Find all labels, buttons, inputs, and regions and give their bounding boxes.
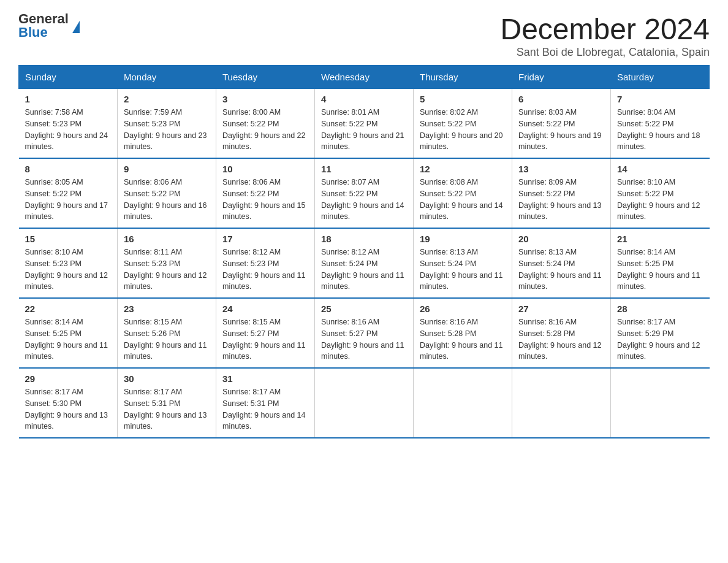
calendar-table: Sunday Monday Tuesday Wednesday Thursday…	[18, 65, 710, 439]
day-number: 17	[222, 234, 308, 244]
day-info: Sunrise: 8:12 AMSunset: 5:24 PMDaylight:…	[321, 247, 407, 293]
calendar-cell: 19 Sunrise: 8:13 AMSunset: 5:24 PMDaylig…	[414, 228, 512, 298]
title-block: December 2024 Sant Boi de Llobregat, Cat…	[500, 12, 710, 59]
calendar-cell: 4 Sunrise: 8:01 AMSunset: 5:22 PMDayligh…	[315, 89, 414, 159]
day-number: 3	[222, 94, 308, 104]
day-number: 26	[420, 304, 506, 314]
calendar-cell: 6 Sunrise: 8:03 AMSunset: 5:22 PMDayligh…	[512, 89, 611, 159]
calendar-cell: 24 Sunrise: 8:15 AMSunset: 5:27 PMDaylig…	[216, 298, 315, 368]
calendar-header-row: Sunday Monday Tuesday Wednesday Thursday…	[19, 66, 710, 89]
calendar-cell: 9 Sunrise: 8:06 AMSunset: 5:22 PMDayligh…	[118, 158, 216, 228]
day-number: 12	[420, 164, 506, 174]
day-number: 28	[617, 304, 703, 314]
day-info: Sunrise: 8:10 AMSunset: 5:22 PMDaylight:…	[617, 177, 703, 223]
day-number: 4	[321, 94, 407, 104]
day-info: Sunrise: 8:17 AMSunset: 5:30 PMDaylight:…	[25, 386, 112, 432]
logo-text: General Blue	[18, 12, 69, 39]
day-info: Sunrise: 8:00 AMSunset: 5:22 PMDaylight:…	[222, 107, 308, 153]
day-number: 25	[321, 304, 407, 314]
header-wednesday: Wednesday	[315, 66, 414, 89]
day-info: Sunrise: 8:12 AMSunset: 5:23 PMDaylight:…	[222, 247, 308, 293]
day-number: 6	[518, 94, 604, 104]
header-friday: Friday	[512, 66, 611, 89]
calendar-cell: 25 Sunrise: 8:16 AMSunset: 5:27 PMDaylig…	[315, 298, 414, 368]
day-info: Sunrise: 7:59 AMSunset: 5:23 PMDaylight:…	[124, 107, 210, 153]
day-info: Sunrise: 8:17 AMSunset: 5:31 PMDaylight:…	[124, 386, 210, 432]
calendar-cell: 30 Sunrise: 8:17 AMSunset: 5:31 PMDaylig…	[118, 368, 216, 438]
calendar-location: Sant Boi de Llobregat, Catalonia, Spain	[500, 46, 710, 59]
calendar-title: December 2024	[500, 12, 710, 46]
calendar-week-row: 8 Sunrise: 8:05 AMSunset: 5:22 PMDayligh…	[19, 158, 710, 228]
logo-blue: Blue	[18, 26, 69, 39]
calendar-cell: 15 Sunrise: 8:10 AMSunset: 5:23 PMDaylig…	[19, 228, 118, 298]
calendar-cell: 5 Sunrise: 8:02 AMSunset: 5:22 PMDayligh…	[414, 89, 512, 159]
day-info: Sunrise: 8:10 AMSunset: 5:23 PMDaylight:…	[25, 247, 112, 293]
calendar-week-row: 1 Sunrise: 7:58 AMSunset: 5:23 PMDayligh…	[19, 89, 710, 159]
day-info: Sunrise: 8:15 AMSunset: 5:26 PMDaylight:…	[124, 316, 210, 362]
calendar-cell	[315, 368, 414, 438]
day-number: 21	[617, 234, 703, 244]
logo: General Blue	[18, 12, 80, 39]
day-info: Sunrise: 8:14 AMSunset: 5:25 PMDaylight:…	[617, 247, 703, 293]
calendar-cell: 3 Sunrise: 8:00 AMSunset: 5:22 PMDayligh…	[216, 89, 315, 159]
header-tuesday: Tuesday	[216, 66, 315, 89]
calendar-cell: 18 Sunrise: 8:12 AMSunset: 5:24 PMDaylig…	[315, 228, 414, 298]
day-info: Sunrise: 8:16 AMSunset: 5:28 PMDaylight:…	[518, 316, 604, 362]
day-info: Sunrise: 8:01 AMSunset: 5:22 PMDaylight:…	[321, 107, 407, 153]
day-number: 8	[25, 164, 112, 174]
day-info: Sunrise: 8:16 AMSunset: 5:27 PMDaylight:…	[321, 316, 407, 362]
day-number: 24	[222, 304, 308, 314]
day-info: Sunrise: 8:09 AMSunset: 5:22 PMDaylight:…	[518, 177, 604, 223]
day-number: 14	[617, 164, 703, 174]
calendar-cell: 16 Sunrise: 8:11 AMSunset: 5:23 PMDaylig…	[118, 228, 216, 298]
calendar-cell: 17 Sunrise: 8:12 AMSunset: 5:23 PMDaylig…	[216, 228, 315, 298]
calendar-cell: 13 Sunrise: 8:09 AMSunset: 5:22 PMDaylig…	[512, 158, 611, 228]
day-number: 7	[617, 94, 703, 104]
logo-triangle-icon	[72, 21, 80, 33]
day-number: 9	[124, 164, 210, 174]
header-thursday: Thursday	[414, 66, 512, 89]
day-number: 1	[25, 94, 112, 104]
day-info: Sunrise: 8:06 AMSunset: 5:22 PMDaylight:…	[222, 177, 308, 223]
day-info: Sunrise: 7:58 AMSunset: 5:23 PMDaylight:…	[25, 107, 112, 153]
day-info: Sunrise: 8:02 AMSunset: 5:22 PMDaylight:…	[420, 107, 506, 153]
day-number: 31	[222, 373, 308, 384]
day-number: 2	[124, 94, 210, 104]
day-info: Sunrise: 8:03 AMSunset: 5:22 PMDaylight:…	[518, 107, 604, 153]
day-number: 20	[518, 234, 604, 244]
day-number: 29	[25, 373, 112, 384]
day-info: Sunrise: 8:06 AMSunset: 5:22 PMDaylight:…	[124, 177, 210, 223]
calendar-week-row: 29 Sunrise: 8:17 AMSunset: 5:30 PMDaylig…	[19, 368, 710, 438]
day-number: 23	[124, 304, 210, 314]
day-info: Sunrise: 8:05 AMSunset: 5:22 PMDaylight:…	[25, 177, 112, 223]
day-number: 18	[321, 234, 407, 244]
day-info: Sunrise: 8:13 AMSunset: 5:24 PMDaylight:…	[420, 247, 506, 293]
calendar-cell: 1 Sunrise: 7:58 AMSunset: 5:23 PMDayligh…	[19, 89, 118, 159]
day-info: Sunrise: 8:08 AMSunset: 5:22 PMDaylight:…	[420, 177, 506, 223]
day-number: 22	[25, 304, 112, 314]
calendar-cell: 29 Sunrise: 8:17 AMSunset: 5:30 PMDaylig…	[19, 368, 118, 438]
calendar-cell: 2 Sunrise: 7:59 AMSunset: 5:23 PMDayligh…	[118, 89, 216, 159]
day-number: 5	[420, 94, 506, 104]
day-info: Sunrise: 8:11 AMSunset: 5:23 PMDaylight:…	[124, 247, 210, 293]
header-sunday: Sunday	[19, 66, 118, 89]
day-info: Sunrise: 8:17 AMSunset: 5:31 PMDaylight:…	[222, 386, 308, 432]
calendar-cell: 31 Sunrise: 8:17 AMSunset: 5:31 PMDaylig…	[216, 368, 315, 438]
calendar-cell: 10 Sunrise: 8:06 AMSunset: 5:22 PMDaylig…	[216, 158, 315, 228]
day-info: Sunrise: 8:17 AMSunset: 5:29 PMDaylight:…	[617, 316, 703, 362]
day-number: 15	[25, 234, 112, 244]
day-info: Sunrise: 8:15 AMSunset: 5:27 PMDaylight:…	[222, 316, 308, 362]
calendar-cell: 28 Sunrise: 8:17 AMSunset: 5:29 PMDaylig…	[611, 298, 710, 368]
calendar-cell: 12 Sunrise: 8:08 AMSunset: 5:22 PMDaylig…	[414, 158, 512, 228]
day-info: Sunrise: 8:14 AMSunset: 5:25 PMDaylight:…	[25, 316, 112, 362]
day-number: 19	[420, 234, 506, 244]
calendar-cell: 22 Sunrise: 8:14 AMSunset: 5:25 PMDaylig…	[19, 298, 118, 368]
day-number: 10	[222, 164, 308, 174]
calendar-cell: 21 Sunrise: 8:14 AMSunset: 5:25 PMDaylig…	[611, 228, 710, 298]
header-monday: Monday	[118, 66, 216, 89]
calendar-cell: 27 Sunrise: 8:16 AMSunset: 5:28 PMDaylig…	[512, 298, 611, 368]
logo-general: General	[18, 12, 69, 26]
calendar-week-row: 22 Sunrise: 8:14 AMSunset: 5:25 PMDaylig…	[19, 298, 710, 368]
day-number: 27	[518, 304, 604, 314]
calendar-cell: 26 Sunrise: 8:16 AMSunset: 5:28 PMDaylig…	[414, 298, 512, 368]
